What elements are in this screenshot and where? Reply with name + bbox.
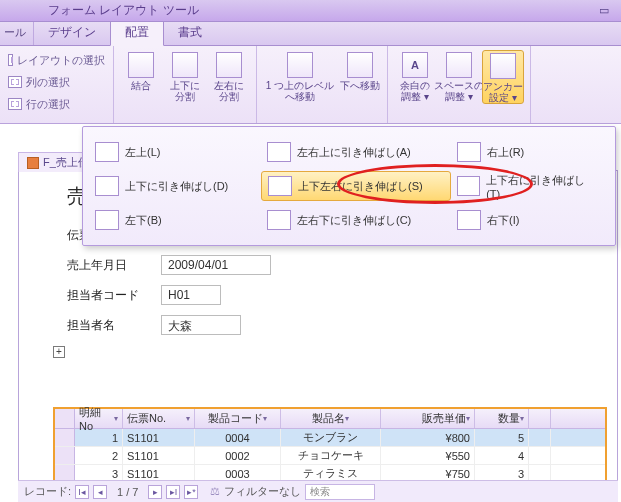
tab-cutoff: ール (0, 22, 34, 45)
field-staff-name[interactable]: 大森 (161, 315, 241, 335)
grid-icon (8, 54, 13, 66)
col-product-code[interactable]: 製品コード▾ (195, 409, 281, 428)
col-slip-no[interactable]: 伝票No.▾ (123, 409, 195, 428)
col-product-name[interactable]: 製品名▾ (281, 409, 381, 428)
tab-design[interactable]: デザイン (34, 20, 110, 45)
field-date[interactable]: 2009/04/01 (161, 255, 271, 275)
split-horizontal-button[interactable]: 左右に 分割 (208, 50, 250, 102)
anchor-tl-icon (95, 142, 119, 162)
ribbon-tabs: ール デザイン 配置 書式 (0, 22, 621, 46)
column-icon (8, 76, 22, 88)
cell-product-code[interactable]: 0004 (195, 429, 281, 446)
label-staff-code: 担当者コード (67, 287, 161, 304)
expand-icon[interactable]: + (53, 346, 65, 358)
table-row[interactable]: 2S11010002チョコケーキ¥5504 (55, 447, 605, 465)
merge-icon (128, 52, 154, 78)
cell-detail-no[interactable]: 2 (75, 447, 123, 464)
cell-slip-no[interactable]: S1101 (123, 447, 195, 464)
contextual-title: フォーム レイアウト ツール (48, 2, 199, 19)
ribbon: レイアウトの選択 列の選択 行の選択 結合 上下に 分割 左右に 分割 1 つ上… (0, 46, 621, 124)
row-selector[interactable] (55, 447, 75, 464)
anchor-top-left[interactable]: 左上(L) (89, 137, 261, 167)
margin-icon: A (402, 52, 428, 78)
anchor-br-icon (457, 210, 481, 230)
row-icon (8, 98, 22, 110)
filter-status[interactable]: フィルターなし (224, 484, 301, 499)
anchor-stretch-all[interactable]: 上下左右に引き伸ばし(S) (261, 171, 451, 201)
anchor-stretch-left[interactable]: 上下に引き伸ばし(D) (89, 171, 261, 201)
anchor-bottom-right[interactable]: 右下(I) (451, 205, 601, 235)
row-selector-header[interactable] (55, 409, 75, 428)
cell-product-code[interactable]: 0002 (195, 447, 281, 464)
split-h-icon (216, 52, 242, 78)
anchor-icon (490, 53, 516, 79)
col-qty[interactable]: 数量▾ (475, 409, 529, 428)
row-selector[interactable] (55, 429, 75, 446)
split-vertical-button[interactable]: 上下に 分割 (164, 50, 206, 102)
cell-extra[interactable] (529, 429, 551, 446)
nav-new-button[interactable]: ▸* (184, 485, 198, 499)
field-staff-code[interactable]: H01 (161, 285, 221, 305)
cell-product-name[interactable]: チョコケーキ (281, 447, 381, 464)
nav-first-button[interactable]: I◂ (75, 485, 89, 499)
select-layout-button[interactable]: レイアウトの選択 (6, 50, 107, 70)
anchor-stretch-bottom[interactable]: 左右下に引き伸ばし(C) (261, 205, 451, 235)
anchor-stretch-bottom-icon (267, 210, 291, 230)
move-down-button[interactable]: 下へ移動 (339, 50, 381, 102)
select-row-button[interactable]: 行の選択 (6, 94, 107, 114)
form-icon (27, 157, 39, 169)
anchor-bl-icon (95, 210, 119, 230)
anchor-button[interactable]: アンカー 設定 ▾ (482, 50, 524, 104)
merge-button[interactable]: 結合 (120, 50, 162, 102)
cell-slip-no[interactable]: S1101 (123, 429, 195, 446)
cell-price[interactable]: ¥800 (381, 429, 475, 446)
margin-button[interactable]: A余白の 調整 ▾ (394, 50, 436, 104)
cell-qty[interactable]: 4 (475, 447, 529, 464)
select-column-button[interactable]: 列の選択 (6, 72, 107, 92)
table-row[interactable]: 1S11010004モンブラン¥8005 (55, 429, 605, 447)
cell-extra[interactable] (529, 447, 551, 464)
tab-arrange[interactable]: 配置 (110, 19, 164, 46)
arrow-down-icon (347, 52, 373, 78)
nav-last-button[interactable]: ▸I (166, 485, 180, 499)
anchor-stretch-left-icon (95, 176, 119, 196)
label-staff-name: 担当者名 (67, 317, 161, 334)
cell-product-name[interactable]: モンブラン (281, 429, 381, 446)
cell-price[interactable]: ¥550 (381, 447, 475, 464)
nav-prev-button[interactable]: ◂ (93, 485, 107, 499)
move-up-level-button[interactable]: 1 つ上のレベル へ移動 (263, 50, 337, 102)
label-date: 売上年月日 (67, 257, 161, 274)
nav-position: 1 / 7 (111, 486, 144, 498)
anchor-tr-icon (457, 142, 481, 162)
tab-format[interactable]: 書式 (164, 20, 216, 45)
anchor-stretch-top[interactable]: 左右上に引き伸ばし(A) (261, 137, 451, 167)
col-detail-no[interactable]: 明細No▾ (75, 409, 123, 428)
minimize-ribbon-icon[interactable]: ▭ (599, 4, 613, 18)
anchor-bottom-left[interactable]: 左下(B) (89, 205, 261, 235)
anchor-stretch-all-icon (268, 176, 292, 196)
spacing-icon (446, 52, 472, 78)
grid-header: 明細No▾ 伝票No.▾ 製品コード▾ 製品名▾ 販売単価▾ 数量▾ (55, 409, 605, 429)
arrow-up-icon (287, 52, 313, 78)
anchor-stretch-right-icon (457, 176, 480, 196)
split-v-icon (172, 52, 198, 78)
col-price[interactable]: 販売単価▾ (381, 409, 475, 428)
form-record-nav: レコード: I◂ ◂ 1 / 7 ▸ ▸I ▸* ⚖ フィルターなし 検索 (18, 480, 618, 502)
anchor-stretch-top-icon (267, 142, 291, 162)
nav-next-button[interactable]: ▸ (148, 485, 162, 499)
contextual-title-bar: フォーム レイアウト ツール ▭ (0, 0, 621, 22)
recnav-label: レコード: (24, 484, 71, 499)
anchor-stretch-right[interactable]: 上下右に引き伸ばし(T) (451, 171, 601, 201)
col-extra[interactable] (529, 409, 551, 428)
anchor-dropdown: 左上(L) 左右上に引き伸ばし(A) 右上(R) 上下に引き伸ばし(D) 上下左… (82, 126, 616, 246)
anchor-top-right[interactable]: 右上(R) (451, 137, 601, 167)
search-input[interactable]: 検索 (305, 484, 375, 500)
spacing-button[interactable]: スペースの 調整 ▾ (438, 50, 480, 104)
cell-qty[interactable]: 5 (475, 429, 529, 446)
